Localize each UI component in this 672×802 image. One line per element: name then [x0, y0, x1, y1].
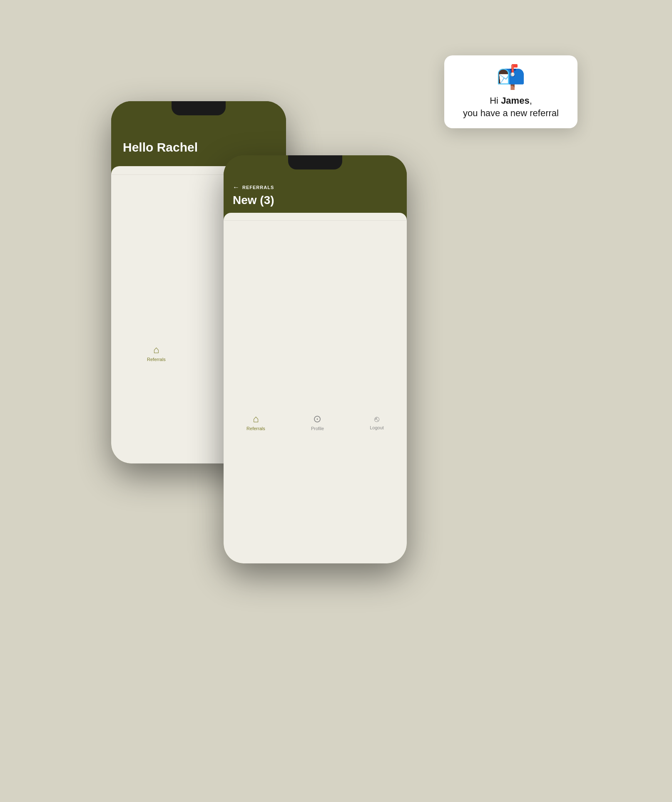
back-arrow-icon: ←: [233, 184, 240, 191]
nav-label-referrals-front: Referrals: [246, 426, 265, 431]
nav-referrals-back[interactable]: ⌂ Referrals: [147, 344, 166, 362]
back-navigation[interactable]: ← REFERRALS: [233, 184, 398, 191]
phone-james: ← REFERRALS New (3) John Doe 🪪 john@gmai…: [224, 155, 407, 563]
logout-icon-front: ⎋: [374, 414, 379, 424]
notch-front: [288, 155, 342, 169]
nav-logout-front[interactable]: ⎋ Logout: [370, 414, 384, 430]
notch-back: [172, 101, 226, 115]
notification-name: James: [501, 95, 530, 106]
notification-emoji: 📬: [496, 65, 525, 89]
nav-label-logout-front: Logout: [370, 425, 384, 430]
greeting-back: Hello Rachel: [123, 140, 274, 154]
nav-referrals-front[interactable]: ⌂ Referrals: [246, 413, 265, 431]
scene: Hello Rachel NEW REFERRALS 3 ACTIVE REFE…: [86, 47, 586, 755]
home-icon-front: ⌂: [253, 413, 259, 425]
back-label: REFERRALS: [242, 185, 274, 190]
page-title-front: New (3): [233, 194, 398, 207]
nav-label-profile-front: Profile: [311, 426, 324, 431]
content-area-front: John Doe 🪪 john@gmail.com 📱 02 12 341 23…: [224, 213, 407, 220]
notification-text: Hi James,you have a new referral: [463, 95, 559, 119]
nav-profile-front[interactable]: ⊙ Profile: [311, 413, 324, 431]
home-icon-back: ⌂: [153, 344, 159, 356]
profile-icon-front: ⊙: [313, 413, 321, 425]
bottom-nav-front: ⌂ Referrals ⊙ Profile ⎋ Logout: [224, 220, 407, 563]
notification-card: 📬 Hi James,you have a new referral: [444, 55, 577, 128]
nav-label-referrals-back: Referrals: [147, 357, 166, 362]
